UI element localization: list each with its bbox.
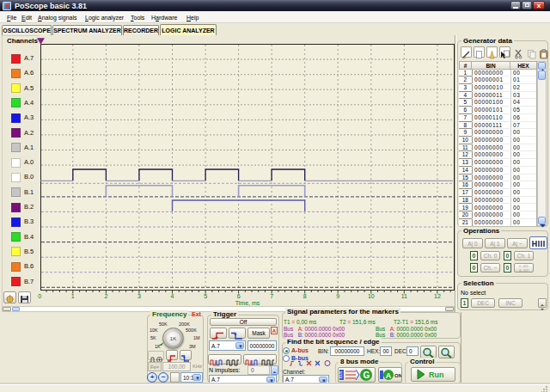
svg-text:G: G [364,371,370,380]
svg-text:A: A [386,371,392,380]
svg-text:BUS: BUS [339,371,343,378]
svg-text:Run: Run [429,371,444,379]
svg-text:ON: ON [394,373,401,378]
